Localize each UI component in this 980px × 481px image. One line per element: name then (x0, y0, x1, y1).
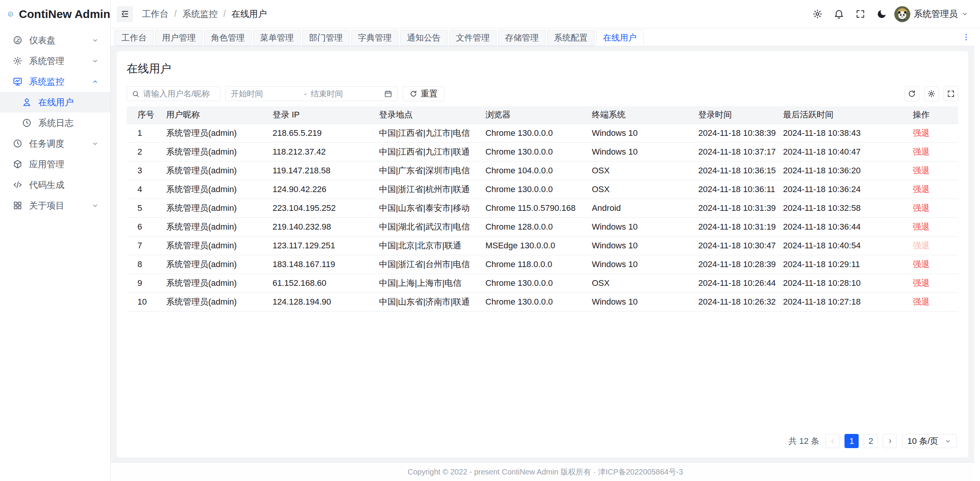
page-size-select[interactable]: 10 条/页 (902, 434, 957, 448)
cell-ip: 219.140.232.98 (266, 217, 373, 236)
cell-last_active: 2024-11-18 10:40:47 (777, 142, 906, 161)
cell-browser: Chrome 118.0.0.0 (479, 255, 586, 274)
cell-os: Windows 10 (586, 217, 692, 236)
previous-page-button (825, 434, 840, 448)
force-logout-link[interactable]: 强退 (913, 147, 929, 157)
tab-system-config[interactable]: 系统配置 (547, 30, 595, 46)
tab-dict-management[interactable]: 字典管理 (351, 30, 399, 46)
sidebar-item-label: 在线用户 (38, 96, 74, 108)
force-logout-link[interactable]: 强退 (913, 184, 929, 194)
force-logout-link[interactable]: 强退 (913, 203, 929, 213)
cell-browser: Chrome 130.0.0.0 (479, 274, 586, 292)
settings-icon[interactable] (812, 9, 823, 19)
force-logout-link[interactable]: 强退 (913, 297, 929, 307)
pagination-total: 共 12 条 (789, 435, 820, 447)
sidebar-item-label: 应用管理 (29, 158, 64, 170)
tab-dept-management[interactable]: 部门管理 (302, 30, 350, 46)
sidebar-collapse-button[interactable] (117, 6, 133, 22)
cell-browser: Chrome 130.0.0.0 (479, 180, 586, 199)
chevron-down-icon (91, 202, 99, 209)
scrollbar[interactable] (974, 29, 980, 481)
notifications-icon[interactable] (834, 9, 844, 19)
page-button-2[interactable]: 2 (864, 434, 878, 448)
cell-browser: Chrome 104.0.0.0 (479, 161, 586, 180)
toolbar: - 重置 (127, 86, 958, 101)
sidebar-item-code-generation[interactable]: 代码生成 (0, 174, 110, 195)
force-logout-link[interactable]: 强退 (913, 259, 929, 269)
dark-mode-icon[interactable] (877, 9, 887, 19)
tab-storage-management[interactable]: 存储管理 (498, 30, 546, 46)
sidebar-item-app-management[interactable]: 应用管理 (0, 154, 110, 174)
end-date-input[interactable] (311, 89, 380, 98)
cell-nickname: 系统管理员(admin) (160, 292, 266, 311)
sidebar-item-system-management[interactable]: 系统管理 (0, 51, 110, 71)
user-menu[interactable]: 系统管理员 (894, 6, 969, 22)
cube-icon (13, 159, 23, 169)
column-header: 登录时间 (692, 106, 777, 124)
breadcrumb-item[interactable]: 在线用户 (232, 8, 267, 20)
chevron-right-icon (887, 438, 893, 445)
next-page-button[interactable] (883, 434, 897, 448)
tab-menu-management[interactable]: 菜单管理 (253, 30, 301, 46)
cell-index: 1 (127, 124, 160, 142)
tab-file-management[interactable]: 文件管理 (449, 30, 497, 46)
fullscreen-icon[interactable] (855, 9, 866, 19)
cell-ip: 183.148.167.119 (266, 255, 373, 274)
cell-login_time: 2024-11-18 10:28:39 (692, 255, 777, 274)
cell-login_time: 2024-11-18 10:36:15 (692, 161, 777, 180)
cell-last_active: 2024-11-18 10:40:54 (777, 236, 906, 255)
tab-workbench[interactable]: 工作台 (114, 30, 154, 46)
search-icon (132, 90, 140, 98)
cell-nickname: 系统管理员(admin) (160, 124, 266, 142)
sidebar-item-online-user[interactable]: 在线用户 (0, 92, 110, 113)
cell-index: 3 (127, 161, 160, 180)
cell-index: 10 (127, 292, 160, 311)
dashboard-icon (13, 35, 23, 45)
table-row: 10系统管理员(admin)124.128.194.90中国|山东省|济南市|联… (127, 292, 958, 311)
app-logo[interactable]: ContiNew Admin (0, 0, 110, 28)
force-logout-link[interactable]: 强退 (913, 166, 929, 175)
date-range-picker: - (225, 86, 398, 101)
sidebar-item-label: 系统日志 (38, 117, 74, 129)
cell-nickname: 系统管理员(admin) (160, 274, 266, 292)
search-input[interactable] (143, 89, 216, 98)
column-header: 最后活跃时间 (777, 106, 906, 124)
sidebar-item-system-monitor[interactable]: 系统监控 (0, 71, 110, 92)
sidebar-item-dashboard[interactable]: 仪表盘 (0, 30, 110, 51)
cell-index: 8 (127, 255, 160, 274)
tab-actions-icon[interactable] (962, 33, 971, 42)
sidebar-item-task-schedule[interactable]: 任务调度 (0, 133, 110, 154)
column-header: 用户昵称 (160, 106, 266, 124)
cell-os: OSX (586, 161, 692, 180)
table-row: 8系统管理员(admin)183.148.167.119中国|浙江省|台州市|电… (127, 255, 958, 274)
breadcrumb-item[interactable]: 系统监控 (182, 8, 217, 20)
force-logout-link[interactable]: 强退 (913, 222, 929, 232)
tab-online-user[interactable]: 在线用户 (596, 30, 644, 46)
cell-action: 强退 (906, 161, 958, 180)
breadcrumb-item[interactable]: 工作台 (142, 8, 168, 20)
chevron-up-icon (91, 78, 99, 85)
tab-user-management[interactable]: 用户管理 (155, 30, 203, 46)
cell-nickname: 系统管理员(admin) (160, 217, 266, 236)
tab-notice[interactable]: 通知公告 (400, 30, 448, 46)
app-title: ContiNew Admin (19, 8, 110, 21)
column-header: 登录 IP (266, 106, 373, 124)
table-settings-button[interactable] (924, 86, 939, 101)
app-window: ContiNew Admin 仪表盘系统管理系统监控在线用户系统日志任务调度应用… (0, 0, 980, 481)
page-button-1[interactable]: 1 (844, 434, 859, 448)
reset-button[interactable]: 重置 (403, 86, 444, 101)
start-date-input[interactable] (231, 89, 300, 98)
cell-os: Android (586, 199, 692, 217)
force-logout-link[interactable]: 强退 (913, 278, 929, 288)
online-users-table: 序号用户昵称登录 IP登录地点浏览器终端系统登录时间最后活跃时间操作 1系统管理… (127, 106, 958, 311)
table-fullscreen-button[interactable] (944, 86, 958, 101)
sidebar-item-system-log[interactable]: 系统日志 (0, 113, 110, 133)
tab-role-management[interactable]: 角色管理 (204, 30, 252, 46)
cell-nickname: 系统管理员(admin) (160, 142, 266, 161)
table-refresh-button[interactable] (905, 86, 919, 101)
cell-browser: Chrome 130.0.0.0 (479, 292, 586, 311)
force-logout-link[interactable]: 强退 (913, 128, 929, 138)
cell-ip: 124.90.42.226 (266, 180, 373, 199)
sidebar-item-about-project[interactable]: 关于项目 (0, 195, 110, 216)
column-header: 浏览器 (479, 106, 586, 124)
